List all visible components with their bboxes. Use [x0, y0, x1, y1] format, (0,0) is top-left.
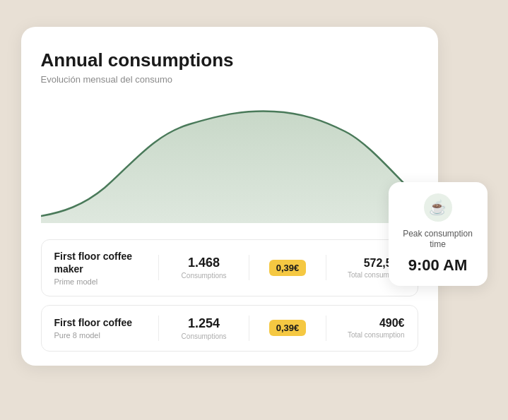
row-divider	[249, 255, 249, 280]
table-row: First floor coffee maker Prime model 1.4…	[41, 239, 418, 296]
row-consumptions-1: 1.468 Consumptions	[170, 256, 237, 280]
row-model-1: Prime model	[54, 277, 148, 286]
row-total-2: 490€ Total consumption	[338, 317, 404, 339]
row-divider	[158, 255, 159, 280]
consumption-chart	[41, 96, 418, 223]
row-divider	[326, 316, 326, 341]
row-badge-1: 0,39€	[269, 260, 307, 276]
row-title-1: First floor coffee maker	[54, 250, 148, 275]
card-subtitle: Evolución mensual del consumo	[41, 74, 418, 85]
main-card: Annual consumptions Evolución mensual de…	[21, 27, 438, 366]
card-title: Annual consumptions	[41, 49, 418, 71]
peak-card: ☕ Peak consumption time 9:00 AM	[389, 182, 488, 286]
row-divider	[326, 255, 326, 280]
row-title-2: First floor coffee	[54, 316, 148, 329]
row-name-2: First floor coffee Pure 8 model	[54, 316, 148, 339]
row-badge-2: 0,39€	[269, 320, 307, 336]
dashboard-wrapper: Annual consumptions Evolución mensual de…	[21, 27, 488, 394]
data-rows: First floor coffee maker Prime model 1.4…	[41, 239, 418, 351]
row-divider	[249, 316, 249, 341]
row-model-2: Pure 8 model	[54, 331, 148, 340]
peak-icon: ☕	[424, 193, 452, 222]
chart-area	[41, 96, 418, 223]
row-name-1: First floor coffee maker Prime model	[54, 250, 148, 285]
row-divider	[158, 316, 159, 341]
peak-time: 9:00 AM	[398, 256, 478, 275]
chart-fill	[41, 111, 418, 222]
row-consumptions-2: 1.254 Consumptions	[170, 316, 237, 340]
peak-label: Peak consumption time	[398, 229, 478, 251]
table-row: First floor coffee Pure 8 model 1.254 Co…	[41, 305, 418, 352]
